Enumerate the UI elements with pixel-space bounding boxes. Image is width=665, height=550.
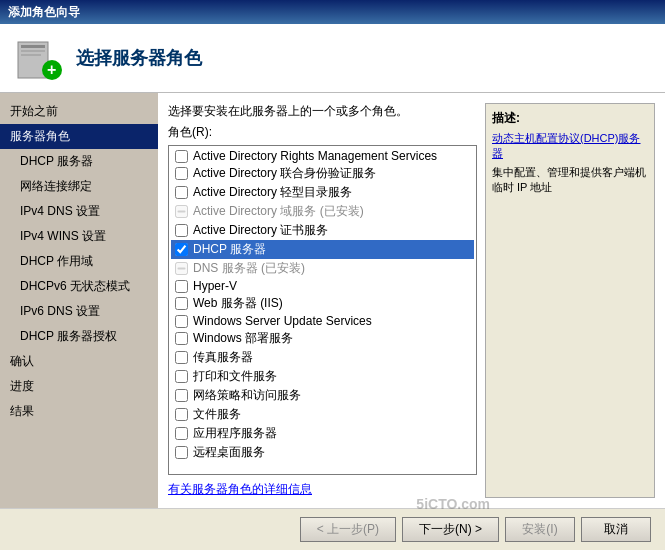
role-checkbox-ad-rms[interactable] <box>175 150 188 163</box>
role-checkbox-ad-cs[interactable] <box>175 167 188 180</box>
role-item-dhcp[interactable]: DHCP 服务器 <box>171 240 474 259</box>
role-checkbox-rds[interactable] <box>175 446 188 459</box>
title-bar: 添加角色向导 <box>0 0 665 24</box>
role-item-ad-cert[interactable]: Active Directory 证书服务 <box>171 221 474 240</box>
right-panel: 选择要安装在此服务器上的一个或多个角色。 角色(R): Active Direc… <box>158 93 665 508</box>
role-item-fax[interactable]: 传真服务器 <box>171 348 474 367</box>
svg-text:+: + <box>47 61 56 78</box>
role-item-rds[interactable]: 远程桌面服务 <box>171 443 474 462</box>
intro-text: 选择要安装在此服务器上的一个或多个角色。 <box>168 103 477 120</box>
main-window: 添加角色向导 + 选择服务器角色 开始之前服务器角色DHCP 服务器网络连接绑定… <box>0 0 665 550</box>
role-checkbox-fax[interactable] <box>175 351 188 364</box>
sidebar-item-result[interactable]: 结果 <box>0 399 158 424</box>
sidebar-item-progress[interactable]: 进度 <box>0 374 158 399</box>
role-checkbox-file[interactable] <box>175 408 188 421</box>
role-checkbox-print[interactable] <box>175 370 188 383</box>
role-label: 角色(R): <box>168 124 477 141</box>
roles-section: 选择要安装在此服务器上的一个或多个角色。 角色(R): Active Direc… <box>168 103 477 498</box>
role-label-wds: Windows 部署服务 <box>193 330 293 347</box>
description-panel: 描述: 动态主机配置协议(DHCP)服务器 集中配置、管理和提供客户端机临时 I… <box>485 103 655 498</box>
role-label-print: 打印和文件服务 <box>193 368 277 385</box>
role-item-dns[interactable]: DNS 服务器 (已安装) <box>171 259 474 278</box>
role-checkbox-app-server[interactable] <box>175 427 188 440</box>
header-section: + 选择服务器角色 <box>0 24 665 93</box>
footer: < 上一步(P) 下一步(N) > 安装(I) 取消 <box>0 508 665 550</box>
panel-content: 选择要安装在此服务器上的一个或多个角色。 角色(R): Active Direc… <box>158 93 665 508</box>
role-checkbox-iis[interactable] <box>175 297 188 310</box>
sidebar-item-dhcp-server[interactable]: DHCP 服务器 <box>0 149 158 174</box>
role-label-app-server: 应用程序服务器 <box>193 425 277 442</box>
role-checkbox-ad-lds[interactable] <box>175 186 188 199</box>
svg-rect-1 <box>21 45 45 48</box>
page-title: 选择服务器角色 <box>76 46 202 70</box>
sidebar: 开始之前服务器角色DHCP 服务器网络连接绑定IPv4 DNS 设置IPv4 W… <box>0 93 158 508</box>
sidebar-item-ipv4-wins[interactable]: IPv4 WINS 设置 <box>0 224 158 249</box>
roles-list[interactable]: Active Directory Rights Management Servi… <box>168 145 477 475</box>
window-title: 添加角色向导 <box>8 4 657 21</box>
role-item-npas[interactable]: 网络策略和访问服务 <box>171 386 474 405</box>
next-button[interactable]: 下一步(N) > <box>402 517 499 542</box>
svg-rect-3 <box>21 54 41 56</box>
desc-title: 描述: <box>492 110 648 127</box>
role-label-rds: 远程桌面服务 <box>193 444 265 461</box>
role-item-hyper-v[interactable]: Hyper-V <box>171 278 474 294</box>
role-label-ad-cs: Active Directory 联合身份验证服务 <box>193 165 376 182</box>
role-checkbox-dns[interactable] <box>175 262 188 275</box>
sidebar-item-confirm[interactable]: 确认 <box>0 349 158 374</box>
more-info-link[interactable]: 有关服务器角色的详细信息 <box>168 481 477 498</box>
sidebar-item-ipv4-dns[interactable]: IPv4 DNS 设置 <box>0 199 158 224</box>
install-button[interactable]: 安装(I) <box>505 517 575 542</box>
role-label-dns: DNS 服务器 (已安装) <box>193 260 305 277</box>
sidebar-item-dhcp-scope[interactable]: DHCP 作用域 <box>0 249 158 274</box>
role-checkbox-dhcp[interactable] <box>175 243 188 256</box>
sidebar-item-start-before[interactable]: 开始之前 <box>0 99 158 124</box>
role-checkbox-ad-cert[interactable] <box>175 224 188 237</box>
role-label-npas: 网络策略和访问服务 <box>193 387 301 404</box>
sidebar-item-ipv6-dns[interactable]: IPv6 DNS 设置 <box>0 299 158 324</box>
role-label-ad-ds: Active Directory 域服务 (已安装) <box>193 203 364 220</box>
role-label-ad-lds: Active Directory 轻型目录服务 <box>193 184 352 201</box>
main-layout: 开始之前服务器角色DHCP 服务器网络连接绑定IPv4 DNS 设置IPv4 W… <box>0 93 665 508</box>
role-checkbox-wsus[interactable] <box>175 315 188 328</box>
role-item-wsus[interactable]: Windows Server Update Services <box>171 313 474 329</box>
role-label-file: 文件服务 <box>193 406 241 423</box>
sidebar-item-server-role[interactable]: 服务器角色 <box>0 124 158 149</box>
role-label-ad-cert: Active Directory 证书服务 <box>193 222 328 239</box>
role-item-iis[interactable]: Web 服务器 (IIS) <box>171 294 474 313</box>
role-item-file[interactable]: 文件服务 <box>171 405 474 424</box>
role-label-iis: Web 服务器 (IIS) <box>193 295 283 312</box>
wizard-icon: + <box>16 34 64 82</box>
sidebar-item-dhcp-auth[interactable]: DHCP 服务器授权 <box>0 324 158 349</box>
role-label-ad-rms: Active Directory Rights Management Servi… <box>193 149 437 163</box>
role-item-print[interactable]: 打印和文件服务 <box>171 367 474 386</box>
role-label-wsus: Windows Server Update Services <box>193 314 372 328</box>
role-label-hyper-v: Hyper-V <box>193 279 237 293</box>
role-item-ad-rms[interactable]: Active Directory Rights Management Servi… <box>171 148 474 164</box>
role-checkbox-wds[interactable] <box>175 332 188 345</box>
role-checkbox-npas[interactable] <box>175 389 188 402</box>
desc-link[interactable]: 动态主机配置协议(DHCP)服务器 <box>492 132 641 159</box>
role-item-ad-lds[interactable]: Active Directory 轻型目录服务 <box>171 183 474 202</box>
role-checkbox-ad-ds[interactable] <box>175 205 188 218</box>
role-item-wds[interactable]: Windows 部署服务 <box>171 329 474 348</box>
role-label-fax: 传真服务器 <box>193 349 253 366</box>
sidebar-item-dhcpv6[interactable]: DHCPv6 无状态模式 <box>0 274 158 299</box>
role-checkbox-hyper-v[interactable] <box>175 280 188 293</box>
role-item-ad-ds[interactable]: Active Directory 域服务 (已安装) <box>171 202 474 221</box>
desc-text: 集中配置、管理和提供客户端机临时 IP 地址 <box>492 165 648 195</box>
svg-rect-2 <box>21 50 45 52</box>
role-item-app-server[interactable]: 应用程序服务器 <box>171 424 474 443</box>
role-label-dhcp: DHCP 服务器 <box>193 241 266 258</box>
cancel-button[interactable]: 取消 <box>581 517 651 542</box>
role-item-ad-cs[interactable]: Active Directory 联合身份验证服务 <box>171 164 474 183</box>
sidebar-item-net-conn[interactable]: 网络连接绑定 <box>0 174 158 199</box>
prev-button[interactable]: < 上一步(P) <box>300 517 396 542</box>
